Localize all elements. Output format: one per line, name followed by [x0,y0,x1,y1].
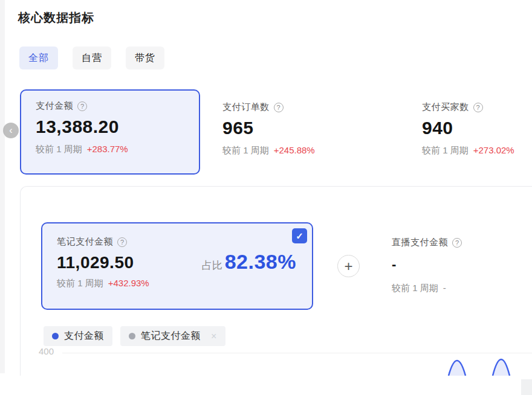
compare-label: 较前 1 周期 [36,144,82,155]
legend-dot-icon [129,333,135,339]
metric-label-row: 直播支付金额 ? [392,237,532,248]
scope-tabs: 全部 自营 带货 [19,47,164,69]
metric-card-pay-orders[interactable]: 支付订单数 ? 965 较前 1 周期 +245.88% [222,91,404,156]
legend-pill-pay-amount[interactable]: 支付金额 [44,326,112,346]
viewport-bottom-mask [0,376,532,395]
help-icon[interactable]: ? [274,103,284,112]
legend-pill-note-pay-amount[interactable]: 笔记支付金额 × [120,326,225,346]
metric-compare-row: 较前 1 周期 +273.02% [422,145,532,156]
legend-label: 笔记支付金额 [141,330,201,342]
legend-dot-icon [52,333,59,339]
metric-label: 支付买家数 [422,101,469,113]
metric-card-pay-amount[interactable]: 支付金额 ? 13,388.20 较前 1 周期 +283.77% [20,89,200,175]
y-axis-tick: 400 [39,346,54,356]
help-icon[interactable]: ? [452,238,462,248]
plus-icon: + [344,258,352,274]
metric-label-row: 笔记支付金额 ? [57,236,297,248]
compare-label: 较前 1 周期 [57,278,103,289]
metric-label: 支付金额 [36,100,73,112]
scrollbar-thumb[interactable] [521,379,532,395]
page-title: 核心数据指标 [18,10,94,26]
chart-gridline [62,353,532,353]
core-metrics-dashboard: 核心数据指标 全部 自营 带货 ‹ 支付金额 ? 13,388.20 较前 1 … [0,0,532,395]
change-percent: +273.02% [473,145,514,155]
metric-value: 940 [422,118,532,138]
sub-card-note-pay-amount[interactable]: 笔记支付金额 ? 11,029.50 较前 1 周期 +432.93% 占比 8… [41,222,313,310]
ratio-value: 82.38% [225,250,296,274]
metric-label-row: 支付金额 ? [36,100,184,112]
metric-value: 965 [222,118,404,138]
change-percent: - [443,283,446,293]
tab-affiliate[interactable]: 带货 [126,47,164,69]
ratio-label: 占比 [202,259,222,272]
metric-label-row: 支付订单数 ? [222,101,404,113]
tab-self-operated[interactable]: 自营 [73,47,111,69]
metric-label: 直播支付金额 [392,237,448,248]
carousel-prev-button[interactable]: ‹ [3,123,19,138]
metric-label: 支付订单数 [222,101,270,113]
metric-compare-row: 较前 1 周期 +283.77% [36,144,184,155]
change-percent: +283.77% [87,144,128,154]
metric-card-pay-buyers[interactable]: 支付买家数 ? 940 较前 1 周期 +273.02% [422,91,532,156]
metric-compare-row: 较前 1 周期 +245.88% [222,145,404,156]
change-percent: +432.93% [108,278,149,288]
chart-legend: 支付金额 笔记支付金额 × [44,326,225,346]
change-percent: +245.88% [274,145,315,155]
metric-label-row: 支付买家数 ? [422,101,532,113]
compare-label: 较前 1 周期 [392,283,438,294]
metric-compare-row: 较前 1 周期 +432.93% [57,278,297,289]
add-metric-button[interactable]: + [337,255,360,277]
ratio-block: 占比 82.38% [202,250,296,274]
metric-compare-row: 较前 1 周期 - [392,283,532,294]
legend-label: 支付金额 [64,330,104,342]
metric-checkbox[interactable]: ✓ [292,228,307,243]
compare-label: 较前 1 周期 [422,145,469,156]
check-icon: ✓ [296,231,303,241]
page-left-edge [0,0,5,373]
close-icon[interactable]: × [211,331,217,342]
payment-line-chart [423,355,532,376]
help-icon[interactable]: ? [117,237,127,247]
tab-all[interactable]: 全部 [19,47,58,69]
metric-label: 笔记支付金额 [57,236,113,248]
compare-label: 较前 1 周期 [222,145,269,156]
help-icon[interactable]: ? [77,101,87,111]
metric-value: 13,388.20 [36,117,184,137]
help-icon[interactable]: ? [473,103,483,112]
metric-value: - [392,257,532,272]
sub-card-live-pay-amount[interactable]: 直播支付金额 ? - 较前 1 周期 - [392,237,532,294]
chevron-left-icon: ‹ [9,125,12,135]
